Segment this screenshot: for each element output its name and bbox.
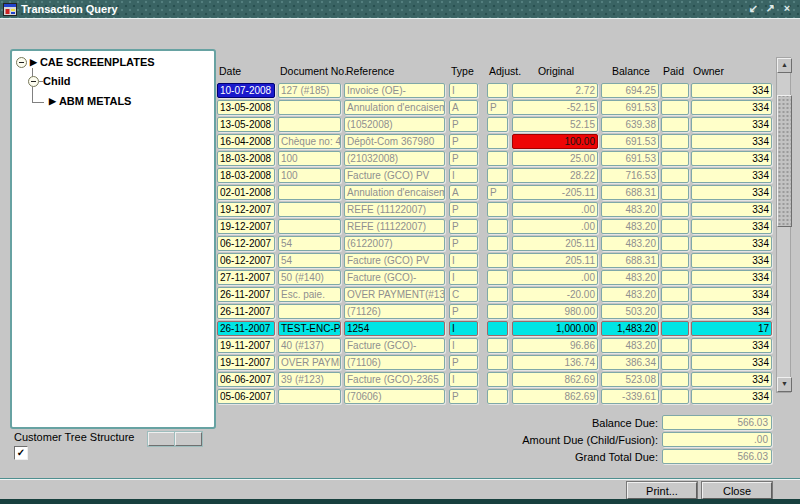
cell-adj[interactable] — [487, 168, 508, 183]
cell-bal[interactable]: 386.34 — [601, 355, 659, 370]
cell-adj[interactable] — [487, 355, 508, 370]
cell-orig[interactable]: 205.11 — [512, 236, 598, 251]
cell-date[interactable]: 05-06-2007 — [217, 389, 275, 404]
cell-date[interactable]: 19-11-2007 — [217, 355, 275, 370]
cell-type[interactable]: P — [449, 236, 478, 251]
cell-type[interactable]: I — [449, 83, 478, 98]
cell-bal[interactable]: 483.20 — [601, 287, 659, 302]
cell-type[interactable]: P — [449, 202, 478, 217]
cell-bal[interactable]: 691.53 — [601, 134, 659, 149]
cell-bal[interactable]: 523.08 — [601, 372, 659, 387]
cell-type[interactable]: A — [449, 100, 478, 115]
cell-date[interactable]: 16-04-2008 — [217, 134, 275, 149]
cell-bal[interactable]: 483.20 — [601, 236, 659, 251]
cell-orig[interactable]: 100.00 — [512, 134, 598, 149]
cell-paid[interactable] — [661, 185, 689, 200]
cell-doc[interactable]: Esc. paie. — [278, 287, 341, 302]
collapse-minus-icon[interactable] — [16, 57, 27, 68]
cell-owner[interactable]: 334 — [691, 236, 772, 251]
cell-date[interactable]: 06-12-2007 — [217, 253, 275, 268]
cell-doc[interactable]: 100 — [278, 151, 341, 166]
cell-orig[interactable]: -20.00 — [512, 287, 598, 302]
cell-type[interactable]: P — [449, 151, 478, 166]
cell-date[interactable]: 13-05-2008 — [217, 117, 275, 132]
restore-icon[interactable]: ↗ — [763, 1, 777, 16]
cell-bal[interactable]: 1,483.20 — [601, 321, 659, 336]
cell-ref[interactable]: Annulation d'encaiseme — [344, 100, 445, 115]
cell-ref[interactable]: REFE (11122007) — [344, 219, 445, 234]
tree-node-abm-metals[interactable]: ▶ ABM METALS — [46, 95, 131, 107]
cell-paid[interactable] — [661, 219, 689, 234]
cell-doc[interactable]: TEST-ENC-P. — [278, 321, 341, 336]
cell-ref[interactable]: (71106) — [344, 355, 445, 370]
cell-owner[interactable]: 334 — [691, 372, 772, 387]
cell-adj[interactable] — [487, 219, 508, 234]
cell-type[interactable]: I — [449, 372, 478, 387]
cell-owner[interactable]: 17 — [691, 321, 772, 336]
cell-orig[interactable]: .00 — [512, 270, 598, 285]
cell-type[interactable]: I — [449, 168, 478, 183]
cell-doc[interactable]: 54 — [278, 253, 341, 268]
cell-bal[interactable]: 691.53 — [601, 151, 659, 166]
cell-doc[interactable] — [278, 117, 341, 132]
cell-paid[interactable] — [661, 253, 689, 268]
cell-adj[interactable] — [487, 83, 508, 98]
cell-paid[interactable] — [661, 117, 689, 132]
cell-bal[interactable]: 483.20 — [601, 202, 659, 217]
cell-adj[interactable] — [487, 202, 508, 217]
cell-doc[interactable]: 127 (#185) — [278, 83, 341, 98]
cell-orig[interactable]: .00 — [512, 219, 598, 234]
cell-adj[interactable] — [487, 236, 508, 251]
cell-doc[interactable]: OVER PAYMENT — [278, 355, 341, 370]
minimize-icon[interactable]: ↙ — [746, 1, 760, 16]
cell-paid[interactable] — [661, 151, 689, 166]
cell-date[interactable]: 13-05-2008 — [217, 100, 275, 115]
cell-date[interactable]: 26-11-2007 — [217, 287, 275, 302]
cell-owner[interactable]: 334 — [691, 338, 772, 353]
close-button[interactable]: Close — [702, 482, 772, 499]
cell-paid[interactable] — [661, 168, 689, 183]
cell-orig[interactable]: 862.69 — [512, 389, 598, 404]
cell-owner[interactable]: 334 — [691, 202, 772, 217]
cell-type[interactable]: A — [449, 185, 478, 200]
cell-date[interactable]: 18-03-2008 — [217, 168, 275, 183]
cell-paid[interactable] — [661, 134, 689, 149]
tree-node-label[interactable]: Child — [43, 75, 71, 87]
cell-ref[interactable]: OVER PAYMENT(#137) — [344, 287, 445, 302]
cell-paid[interactable] — [661, 372, 689, 387]
cell-bal[interactable]: 691.53 — [601, 100, 659, 115]
cell-owner[interactable]: 334 — [691, 168, 772, 183]
cell-doc[interactable]: 100 — [278, 168, 341, 183]
cell-orig[interactable]: 2.72 — [512, 83, 598, 98]
cell-adj[interactable] — [487, 134, 508, 149]
cell-orig[interactable]: -205.11 — [512, 185, 598, 200]
tree-node-label[interactable]: CAE SCREENPLATES — [40, 56, 155, 68]
print-button[interactable]: Print... — [627, 482, 697, 499]
cell-type[interactable]: P — [449, 355, 478, 370]
cell-type[interactable]: I — [449, 338, 478, 353]
cell-paid[interactable] — [661, 202, 689, 217]
cell-date[interactable]: 18-03-2008 — [217, 151, 275, 166]
cell-paid[interactable] — [661, 321, 689, 336]
cell-paid[interactable] — [661, 355, 689, 370]
cell-type[interactable]: I — [449, 253, 478, 268]
cell-ref[interactable]: (1052008) — [344, 117, 445, 132]
cell-owner[interactable]: 334 — [691, 304, 772, 319]
cell-orig[interactable]: 96.86 — [512, 338, 598, 353]
cell-paid[interactable] — [661, 100, 689, 115]
tree-structure-button-2[interactable] — [175, 432, 202, 446]
cell-ref[interactable]: Dépôt-Com 367980 — [344, 134, 445, 149]
cell-orig[interactable]: 862.69 — [512, 372, 598, 387]
cell-owner[interactable]: 334 — [691, 270, 772, 285]
cell-owner[interactable]: 334 — [691, 389, 772, 404]
cell-owner[interactable]: 334 — [691, 100, 772, 115]
cell-orig[interactable]: 1,000.00 — [512, 321, 598, 336]
cell-ref[interactable]: Annulation d'encaiseme — [344, 185, 445, 200]
cell-bal[interactable]: 483.20 — [601, 219, 659, 234]
cell-owner[interactable]: 334 — [691, 185, 772, 200]
cell-adj[interactable] — [487, 338, 508, 353]
cell-date[interactable]: 26-11-2007 — [217, 304, 275, 319]
cell-doc[interactable] — [278, 304, 341, 319]
cell-owner[interactable]: 334 — [691, 287, 772, 302]
cell-bal[interactable]: 639.38 — [601, 117, 659, 132]
